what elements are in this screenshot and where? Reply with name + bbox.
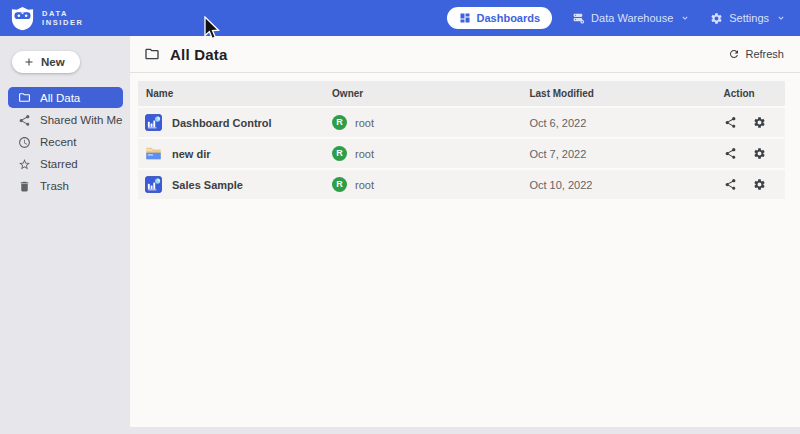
brand-line-2: INSIDER [42,18,84,28]
modified-date: Oct 10, 2022 [529,179,723,191]
refresh-button[interactable]: Refresh [728,48,784,60]
file-table: Name Owner Last Modified Action [138,81,785,199]
folder-icon [144,46,160,62]
share-icon[interactable] [724,116,737,129]
sidebar-item-all-data[interactable]: All Data [8,87,123,108]
owner-avatar: R [332,146,347,161]
sidebar: New All Data Shared With Me [0,36,130,434]
owner-avatar: R [332,177,347,192]
sidebar-item-label: Starred [40,158,78,170]
file-name: new dir [172,148,211,160]
gear-icon[interactable] [753,116,766,129]
dashboard-grid-icon [459,12,471,24]
folder-file-icon [145,145,162,162]
dashboards-label: Dashboards [477,12,541,24]
sidebar-item-recent[interactable]: Recent [0,131,130,153]
settings-label: Settings [729,12,769,24]
database-icon [572,12,585,25]
data-warehouse-menu[interactable]: Data Warehouse [572,12,690,25]
owner-avatar: R [332,115,347,130]
gear-icon [710,12,723,25]
sidebar-item-trash[interactable]: Trash [0,175,130,197]
gear-icon[interactable] [753,178,766,191]
dashboards-button[interactable]: Dashboards [447,7,553,29]
settings-menu[interactable]: Settings [710,12,786,25]
owner-name: root [355,179,374,191]
trash-icon [18,180,31,193]
star-icon [18,158,31,171]
table-row[interactable]: Sales Sample R root Oct 10, 2022 [138,170,785,199]
chevron-down-icon [680,13,690,23]
brand: DATA INSIDER [10,6,84,31]
share-icon[interactable] [724,178,737,191]
dashboard-file-icon [145,176,162,193]
clock-icon [18,136,31,149]
plus-icon [23,56,35,68]
owner-name: root [355,148,374,160]
refresh-icon [728,48,740,60]
sidebar-item-shared-with-me[interactable]: Shared With Me [0,109,130,131]
column-header-last-modified: Last Modified [529,88,723,99]
table-row[interactable]: Dashboard Control R root Oct 6, 2022 [138,108,785,137]
new-button[interactable]: New [12,51,80,73]
file-name: Sales Sample [172,179,243,191]
column-header-owner: Owner [332,88,529,99]
owner-name: root [355,117,374,129]
owl-logo-icon [10,6,35,31]
sidebar-item-label: Trash [40,180,69,192]
share-icon[interactable] [724,147,737,160]
sidebar-item-starred[interactable]: Starred [0,153,130,175]
column-header-action: Action [724,88,785,99]
table-header: Name Owner Last Modified Action [138,81,785,106]
new-button-label: New [41,56,65,68]
folder-icon [18,91,31,104]
main-panel: All Data Refresh Name Owner Last Modifie… [130,36,800,427]
data-warehouse-label: Data Warehouse [591,12,673,24]
refresh-label: Refresh [745,48,784,60]
sidebar-item-label: All Data [40,92,80,104]
gear-icon[interactable] [753,147,766,160]
sidebar-item-label: Shared With Me [40,114,122,126]
chevron-down-icon [776,13,786,23]
column-header-name: Name [138,88,332,99]
sidebar-item-label: Recent [40,136,76,148]
top-navbar: DATA INSIDER Dashboards [0,0,800,36]
page-title: All Data [170,46,227,63]
file-name: Dashboard Control [172,117,272,129]
modified-date: Oct 6, 2022 [529,117,723,129]
modified-date: Oct 7, 2022 [529,148,723,160]
brand-line-1: DATA [42,9,84,19]
table-row[interactable]: new dir R root Oct 7, 2022 [138,139,785,168]
dashboard-file-icon [145,114,162,131]
share-icon [18,114,31,127]
